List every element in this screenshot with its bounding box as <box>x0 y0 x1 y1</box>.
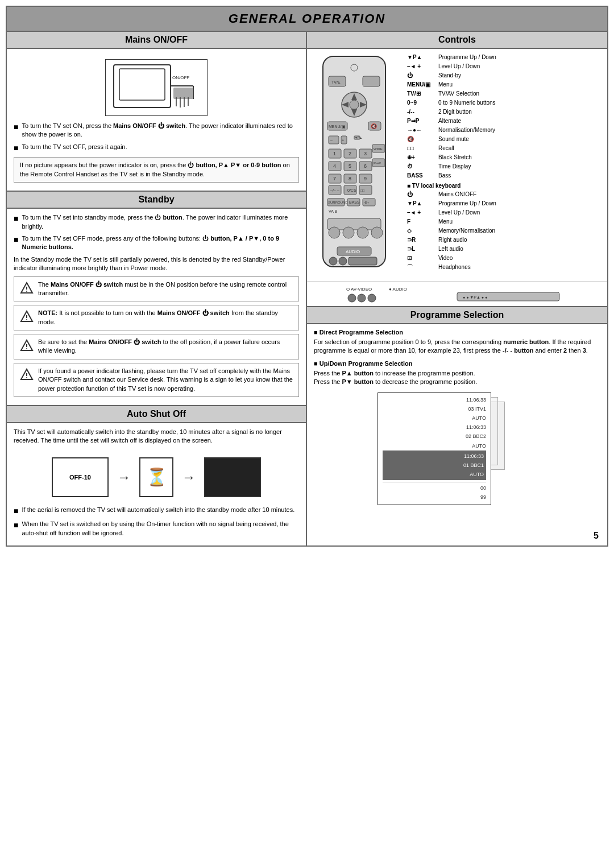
svg-text:P⇒P: P⇒P <box>374 162 381 165</box>
legend-item-mute: 🔇 Sound mute <box>407 135 603 143</box>
controls-legend: ▼P▲ Programme Up / Down –◄ + Level Up / … <box>407 53 603 276</box>
svg-text:4: 4 <box>333 163 336 169</box>
channel-row-1: 11:06:3303 ITV1AUTO <box>383 395 486 423</box>
arrow-right-2: → <box>182 469 196 485</box>
left-column: Mains ON/OFF ON/OFF <box>7 32 307 545</box>
standby-content: ■ To turn the TV set into standby mode, … <box>7 209 306 405</box>
svg-point-21 <box>26 377 27 378</box>
svg-text:● AUDIO: ● AUDIO <box>389 287 407 292</box>
svg-point-82 <box>371 227 383 238</box>
hourglass-icon: ⏳ <box>146 467 167 487</box>
remote-bottom-ports: O AV-VIDEO ● AUDIO ● ● ▼P▲ ● ● <box>307 281 607 306</box>
channel-list-wrapper: 11:06:3303 ITV1AUTO 11:06:3302 BBC2AUTO … <box>377 392 537 505</box>
channel-list: 11:06:3303 ITV1AUTO 11:06:3302 BBC2AUTO … <box>377 392 491 505</box>
svg-text:8: 8 <box>349 176 351 181</box>
svg-text:+: + <box>342 138 344 142</box>
auto-shutoff-content: This TV set will automatically switch in… <box>7 423 306 545</box>
warning-icon-2 <box>20 310 34 324</box>
svg-text:7: 7 <box>333 176 336 181</box>
svg-point-81 <box>357 227 368 238</box>
svg-rect-0 <box>114 65 171 108</box>
mains-content: ON/OFF ■ To turn the TV set ON, p <box>7 49 306 191</box>
arrow-right: → <box>117 469 131 485</box>
svg-point-91 <box>358 294 366 302</box>
svg-text:3: 3 <box>364 151 367 156</box>
warning-box-4: If you found a power indicator flashing,… <box>14 363 299 397</box>
legend-item-recall: □□ Recall <box>407 144 603 152</box>
updown-prog-text1: Press the P▲ button to increase the prog… <box>314 369 600 378</box>
mains-bullet-2: ■ To turn the TV set OFF, press it again… <box>14 143 299 154</box>
channel-row-4: 00 <box>383 482 486 493</box>
right-column: Controls TV/E <box>307 32 607 545</box>
svg-text:6: 6 <box>364 163 367 169</box>
page-title: GENERAL OPERATION <box>7 7 607 32</box>
svg-text:MENU/▣: MENU/▣ <box>329 125 346 129</box>
direct-prog-text: For selection of programme position 0 to… <box>314 338 600 356</box>
svg-text:AUDIO: AUDIO <box>346 249 360 254</box>
tv-key-headphones: ⌒ Headphones <box>407 263 603 271</box>
svg-point-80 <box>343 227 354 238</box>
standby-section: Standby ■ To turn the TV set into standb… <box>7 191 306 405</box>
legend-item-menu: MENU/▣ Menu <box>407 81 603 88</box>
auto-shutoff-header: Auto Shut Off <box>7 406 306 423</box>
off-screen: OFF-10 <box>52 457 109 497</box>
legend-item-time: ⏱ Time Display <box>407 163 603 170</box>
svg-rect-87 <box>349 257 377 265</box>
tv-key-video: ⊡ Video <box>407 254 603 262</box>
svg-text:●  ●     ▼P▲  ●  ●: ● ● ▼P▲ ● ● <box>463 295 487 299</box>
svg-point-90 <box>348 294 356 302</box>
svg-text:5: 5 <box>349 163 351 169</box>
svg-text:1: 1 <box>333 151 336 156</box>
direct-prog-title: ■ Direct Programme Selection <box>314 329 600 336</box>
tv-key-mains: ⏻ Mains ON/OFF <box>407 191 603 198</box>
programme-selection-section: Programme Selection ■ Direct Programme S… <box>307 306 607 510</box>
legend-item-normalisation: →●← Normalisation/Memory <box>407 126 603 134</box>
svg-text:□□: □□ <box>360 189 365 192</box>
legend-item-bass: BASS Bass <box>407 172 603 179</box>
black-screen <box>204 457 261 497</box>
warning-icon-4 <box>20 368 34 382</box>
tv-key-left-audio: ⊃L Left audio <box>407 245 603 253</box>
auto-shutoff-bullet-1: ■ If the aerial is removed the TV set wi… <box>14 506 299 517</box>
tv-key-memory: ◇ Memory/Normalisation <box>407 227 603 234</box>
page-wrapper: GENERAL OPERATION Mains ON/OFF <box>6 6 608 547</box>
svg-point-79 <box>329 227 340 238</box>
page-number: 5 <box>594 531 599 541</box>
remote-and-legend: TV/E MENU/▣ <box>307 49 607 281</box>
svg-text:TV/E: TV/E <box>331 80 341 84</box>
warning-icon-1 <box>20 282 34 295</box>
auto-shutoff-text: This TV set will automatically switch in… <box>14 428 299 445</box>
auto-shutoff-diagrams: OFF-10 → ⏳ → <box>14 449 299 506</box>
svg-text:0/CS: 0/CS <box>347 188 356 192</box>
content-area: Mains ON/OFF ON/OFF <box>7 32 607 545</box>
legend-item-tvav: TV/⊞ TV/AV Selection <box>407 90 603 97</box>
warning-box-1: The Mains ON/OFF ⏻ switch must be in the… <box>14 276 299 302</box>
legend-item-blackstretch: ⊕+ Black Stretch <box>407 154 603 161</box>
legend-item-2digit: -/-- 2 Digit button <box>407 108 603 115</box>
svg-text:2: 2 <box>349 151 351 156</box>
svg-text:🔇: 🔇 <box>371 123 377 130</box>
ports-svg: O AV-VIDEO ● AUDIO ● ● ▼P▲ ● ● <box>343 284 571 304</box>
warning-icon-3 <box>20 339 34 353</box>
svg-text:9: 9 <box>364 176 367 181</box>
remote-control-image: TV/E MENU/▣ <box>312 53 403 276</box>
mains-image: ON/OFF <box>14 53 299 122</box>
programme-diagram: 11:06:3303 ITV1AUTO 11:06:3302 BBC2AUTO … <box>314 392 600 505</box>
updown-prog-title: ■ Up/Down Programme Selection <box>314 360 600 367</box>
programme-selection-header: Programme Selection <box>307 307 607 324</box>
channel-row-2: 11:06:3302 BBC2AUTO <box>383 423 486 450</box>
svg-text:–/– –: –/– – <box>330 188 339 192</box>
svg-text:VA B: VA B <box>329 209 337 213</box>
svg-point-86 <box>339 257 347 265</box>
svg-text:⊕+: ⊕+ <box>364 201 370 204</box>
mains-header: Mains ON/OFF <box>7 32 306 49</box>
svg-rect-1 <box>119 69 165 100</box>
svg-point-92 <box>368 294 376 302</box>
updown-prog-text2: Press the P▼ button to decrease the prog… <box>314 378 600 386</box>
legend-item-level: –◄ + Level Up / Down <box>407 63 603 70</box>
controls-section: TV/E MENU/▣ <box>307 49 607 306</box>
off-screen-label: OFF-10 <box>69 474 91 481</box>
standby-bullet-1: ■ To turn the TV set into standby mode, … <box>14 213 299 231</box>
standby-header: Standby <box>7 192 306 209</box>
legend-item-standby: ⏻ Stand-by <box>407 72 603 79</box>
